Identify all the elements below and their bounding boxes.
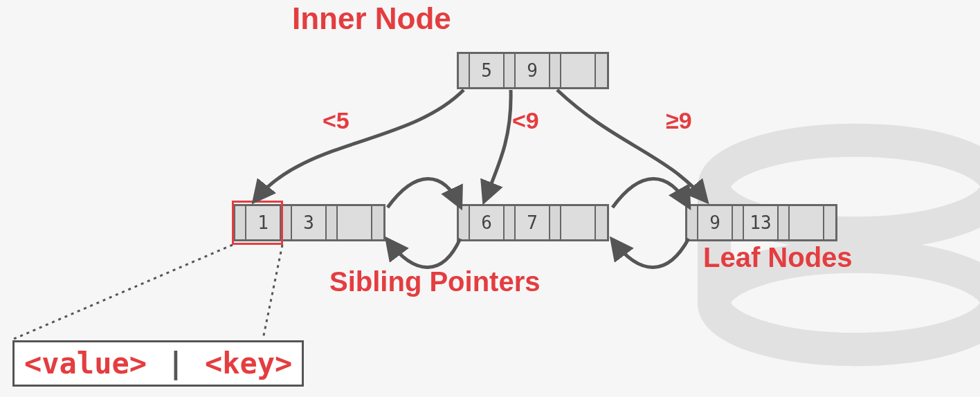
edge-label-lt5: <5 bbox=[323, 107, 350, 134]
leaf-b-ptr-3 bbox=[596, 206, 607, 239]
leaf-c-ptr-1 bbox=[733, 206, 744, 239]
inner-key-2 bbox=[561, 54, 596, 87]
leaf-a-key-0: 1 bbox=[246, 206, 281, 239]
leaf-c-ptr-0 bbox=[687, 206, 698, 239]
edge-inner-to-leaf-b bbox=[484, 90, 511, 201]
callout-value: <value> bbox=[24, 347, 147, 380]
leaf-a-ptr-0 bbox=[235, 206, 246, 239]
leaf-a-key-2 bbox=[338, 206, 372, 239]
diagram-stage: Inner Node Leaf Nodes Sibling Pointers <… bbox=[0, 0, 980, 397]
sibling-a-to-b bbox=[388, 178, 460, 207]
zoom-line-right bbox=[263, 245, 282, 339]
edge-label-lt9: <9 bbox=[512, 107, 539, 134]
sibling-c-to-b bbox=[612, 239, 689, 268]
leaf-b-ptr-1 bbox=[505, 206, 516, 239]
inner-node: 59 bbox=[457, 52, 609, 89]
edge-inner-to-leaf-c bbox=[557, 90, 706, 201]
leaf-c-key-1: 13 bbox=[744, 206, 779, 239]
leaf-b-key-0: 6 bbox=[470, 206, 505, 239]
leaf-c-key-0: 9 bbox=[698, 206, 733, 239]
inner-key-1: 9 bbox=[516, 54, 550, 87]
inner-node-title: Inner Node bbox=[292, 1, 451, 36]
leaf-node-a: 13 bbox=[233, 204, 385, 241]
sibling-pointers-title: Sibling Pointers bbox=[329, 266, 540, 297]
leaf-c-key-2 bbox=[790, 206, 824, 239]
callout-key: <key> bbox=[205, 347, 292, 380]
leaf-node-c: 913 bbox=[685, 204, 837, 241]
value-key-callout: <value> | <key> bbox=[12, 340, 304, 387]
zoom-line-left bbox=[14, 245, 233, 339]
leaf-nodes-title: Leaf Nodes bbox=[703, 242, 853, 273]
inner-ptr-2 bbox=[550, 54, 561, 87]
leaf-b-ptr-2 bbox=[550, 206, 561, 239]
leaf-c-ptr-3 bbox=[824, 206, 835, 239]
leaf-a-ptr-1 bbox=[281, 206, 292, 239]
inner-key-0: 5 bbox=[470, 54, 505, 87]
leaf-b-key-2 bbox=[561, 206, 596, 239]
edge-label-ge9: ≥9 bbox=[666, 107, 692, 134]
leaf-b-ptr-0 bbox=[459, 206, 470, 239]
leaf-a-ptr-2 bbox=[327, 206, 338, 239]
sibling-b-to-c bbox=[612, 178, 689, 207]
leaf-c-ptr-2 bbox=[779, 206, 790, 239]
sibling-b-to-a bbox=[388, 239, 460, 268]
edge-inner-to-leaf-a bbox=[255, 90, 464, 201]
leaf-a-ptr-3 bbox=[372, 206, 383, 239]
leaf-b-key-1: 7 bbox=[516, 206, 550, 239]
inner-ptr-1 bbox=[505, 54, 516, 87]
callout-separator: | bbox=[164, 347, 187, 380]
inner-ptr-3 bbox=[596, 54, 607, 87]
leaf-a-key-1: 3 bbox=[292, 206, 327, 239]
inner-ptr-0 bbox=[459, 54, 470, 87]
leaf-node-b: 67 bbox=[457, 204, 609, 241]
